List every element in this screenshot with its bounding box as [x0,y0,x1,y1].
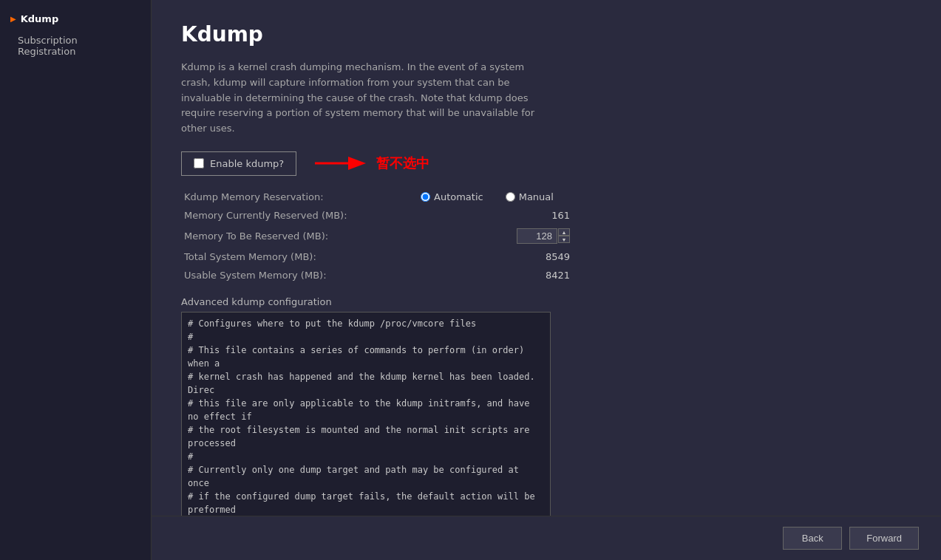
spinner-up-button[interactable]: ▲ [558,228,570,236]
main-content: Kdump Kdump is a kernel crash dumping me… [152,0,941,560]
enable-kdump-label[interactable]: Enable kdump? [210,158,284,169]
usable-memory-value: 8421 [418,266,573,284]
memory-reservation-value: Automatic Manual [418,188,573,206]
advanced-section: Advanced kdump configuration [181,296,911,525]
sidebar-subscription-label: SubscriptionRegistration [18,35,78,57]
page-description: Kdump is a kernel crash dumping mechanis… [181,60,536,137]
bottom-bar: Back Forward [152,516,941,560]
currently-reserved-value: 161 [418,206,573,225]
annotation-text: 暂不选中 [376,154,429,172]
memory-spinner-input[interactable] [517,228,557,244]
table-row-reservation: Kdump Memory Reservation: Automatic Manu… [181,188,573,206]
forward-button[interactable]: Forward [849,527,919,550]
enable-kdump-box: Enable kdump? [181,151,296,176]
to-be-reserved-value: ▲ ▼ [418,225,573,247]
memory-reservation-label: Kdump Memory Reservation: [181,188,418,206]
info-table: Kdump Memory Reservation: Automatic Manu… [181,188,573,284]
table-row-total-memory: Total System Memory (MB): 8549 [181,247,573,266]
sidebar-item-kdump[interactable]: ▶ Kdump [0,7,151,30]
radio-manual[interactable] [506,192,515,202]
spinner-container: ▲ ▼ [421,228,570,244]
radio-automatic-label[interactable]: Automatic [421,191,483,202]
sidebar: ▶ Kdump SubscriptionRegistration [0,0,152,560]
spinner-down-button[interactable]: ▼ [558,236,570,243]
radio-group: Automatic Manual [421,191,570,202]
usable-memory-label: Usable System Memory (MB): [181,266,418,284]
radio-manual-label[interactable]: Manual [506,191,554,202]
radio-automatic[interactable] [421,192,430,202]
table-row-currently-reserved: Memory Currently Reserved (MB): 161 [181,206,573,225]
enable-kdump-checkbox[interactable] [194,158,204,168]
table-row-usable-memory: Usable System Memory (MB): 8421 [181,266,573,284]
total-memory-label: Total System Memory (MB): [181,247,418,266]
currently-reserved-label: Memory Currently Reserved (MB): [181,206,418,225]
advanced-title: Advanced kdump configuration [181,296,911,307]
sidebar-item-subscription[interactable]: SubscriptionRegistration [0,30,151,61]
annotation: 暂不选中 [311,152,429,174]
back-button[interactable]: Back [783,527,842,550]
enable-kdump-row: Enable kdump? 暂不选中 [181,151,911,176]
config-textarea[interactable] [181,312,551,522]
sidebar-item-label: Kdump [21,13,59,24]
page-title: Kdump [181,22,911,47]
total-memory-value: 8549 [418,247,573,266]
red-arrow-icon [311,152,370,174]
spinner-buttons: ▲ ▼ [558,228,570,243]
table-row-to-be-reserved: Memory To Be Reserved (MB): ▲ ▼ [181,225,573,247]
arrow-icon: ▶ [10,15,16,23]
to-be-reserved-label: Memory To Be Reserved (MB): [181,225,418,247]
